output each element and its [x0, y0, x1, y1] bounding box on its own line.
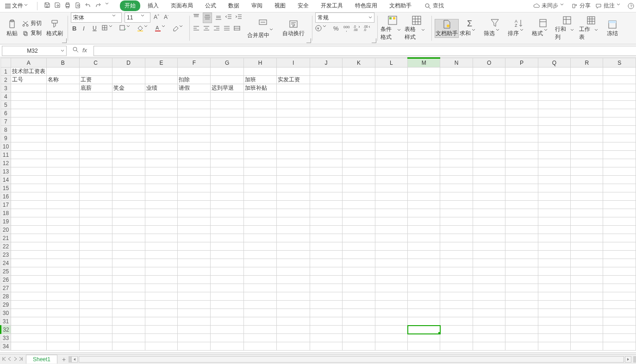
cell-G4[interactable]	[211, 93, 244, 101]
cell-N15[interactable]	[440, 184, 473, 192]
row-header-8[interactable]: 8	[1, 126, 11, 134]
cell-N16[interactable]	[440, 192, 473, 201]
cell-D28[interactable]	[112, 292, 145, 301]
cell-H20[interactable]	[243, 226, 277, 234]
cell-G31[interactable]	[211, 317, 244, 326]
undo-button[interactable]	[85, 2, 91, 10]
cell-N31[interactable]	[440, 317, 473, 326]
cell-P4[interactable]	[505, 93, 538, 101]
tab-view[interactable]: 视图	[270, 0, 290, 11]
cell-L15[interactable]	[375, 184, 407, 192]
cell-J34[interactable]	[310, 342, 342, 351]
cell-C17[interactable]	[79, 201, 112, 209]
cell-N27[interactable]	[440, 284, 473, 292]
cell-Q3[interactable]	[538, 84, 570, 93]
cell-S23[interactable]	[603, 251, 636, 259]
cell-I23[interactable]	[277, 251, 310, 259]
cell-H8[interactable]	[243, 126, 277, 134]
cell-B26[interactable]	[46, 276, 79, 284]
cell-D2[interactable]	[112, 76, 145, 84]
cell-S17[interactable]	[603, 201, 636, 209]
cell-H16[interactable]	[243, 192, 277, 201]
cell-G21[interactable]	[211, 234, 244, 242]
cell-J24[interactable]	[310, 259, 342, 267]
select-all-cell[interactable]	[1, 58, 11, 68]
cell-E20[interactable]	[145, 226, 178, 234]
cell-P34[interactable]	[505, 342, 538, 351]
cell-P24[interactable]	[505, 259, 538, 267]
row-header-4[interactable]: 4	[1, 93, 11, 101]
cell-J18[interactable]	[310, 209, 342, 217]
cell-D31[interactable]	[112, 317, 145, 326]
cell-R27[interactable]	[571, 284, 603, 292]
cell-O22[interactable]	[473, 242, 505, 251]
cell-B33[interactable]	[46, 334, 79, 342]
cell-L16[interactable]	[375, 192, 407, 201]
cell-P7[interactable]	[505, 117, 538, 126]
cell-B25[interactable]	[46, 267, 79, 276]
cell-H2[interactable]: 加班	[243, 76, 277, 84]
cell-R16[interactable]	[571, 192, 603, 201]
cell-A2[interactable]: 工号	[11, 76, 46, 84]
cell-A8[interactable]	[11, 126, 46, 134]
cell-Q23[interactable]	[538, 251, 570, 259]
cell-O7[interactable]	[473, 117, 505, 126]
cell-C34[interactable]	[79, 342, 112, 351]
cell-N21[interactable]	[440, 234, 473, 242]
cell-N2[interactable]	[440, 76, 473, 84]
cell-L10[interactable]	[375, 142, 407, 151]
cell-F22[interactable]	[178, 242, 211, 251]
cell-Q17[interactable]	[538, 201, 570, 209]
cell-G12[interactable]	[211, 159, 244, 167]
cell-J8[interactable]	[310, 126, 342, 134]
cell-P11[interactable]	[505, 151, 538, 159]
cell-F12[interactable]	[178, 159, 211, 167]
cell-H29[interactable]	[243, 301, 277, 309]
cell-B34[interactable]	[46, 342, 79, 351]
sheet-nav-first[interactable]	[2, 356, 6, 363]
cell-S20[interactable]	[603, 226, 636, 234]
cell-J26[interactable]	[310, 276, 342, 284]
cell-E28[interactable]	[145, 292, 178, 301]
cell-I4[interactable]	[277, 93, 310, 101]
cell-I29[interactable]	[277, 301, 310, 309]
cell-A25[interactable]	[11, 267, 46, 276]
cell-S31[interactable]	[603, 317, 636, 326]
cell-A5[interactable]	[11, 101, 46, 109]
cell-H19[interactable]	[243, 217, 277, 226]
decrease-decimal-button[interactable]: .00.0	[363, 25, 371, 33]
cell-G26[interactable]	[211, 276, 244, 284]
cell-O26[interactable]	[473, 276, 505, 284]
cell-L11[interactable]	[375, 151, 407, 159]
cell-O29[interactable]	[473, 301, 505, 309]
cell-K33[interactable]	[343, 334, 375, 342]
cell-R2[interactable]	[571, 76, 603, 84]
number-format-select[interactable]: 常规	[315, 12, 374, 23]
cell-K11[interactable]	[343, 151, 375, 159]
cell-E6[interactable]	[145, 109, 178, 117]
cell-O19[interactable]	[473, 217, 505, 226]
cell-N32[interactable]	[440, 326, 473, 334]
cell-R20[interactable]	[571, 226, 603, 234]
clear-format-button[interactable]	[172, 25, 187, 33]
cell-D3[interactable]: 奖金	[112, 84, 145, 93]
add-sheet-button[interactable]: +	[59, 356, 69, 363]
cell-J2[interactable]	[310, 76, 342, 84]
cell-P17[interactable]	[505, 201, 538, 209]
cell-S11[interactable]	[603, 151, 636, 159]
cell-B13[interactable]	[46, 167, 79, 176]
cell-L4[interactable]	[375, 93, 407, 101]
row-header-18[interactable]: 18	[1, 209, 11, 217]
cell-A17[interactable]	[11, 201, 46, 209]
tab-review[interactable]: 审阅	[247, 0, 267, 11]
cell-E33[interactable]	[145, 334, 178, 342]
copy-button[interactable]: 复制	[21, 29, 43, 37]
cell-D5[interactable]	[112, 101, 145, 109]
cell-M14[interactable]	[408, 176, 440, 184]
cell-G19[interactable]	[211, 217, 244, 226]
cell-L1[interactable]	[375, 68, 407, 76]
cell-I7[interactable]	[277, 117, 310, 126]
cell-L30[interactable]	[375, 309, 407, 317]
cell-E24[interactable]	[145, 259, 178, 267]
cell-C2[interactable]: 工资	[79, 76, 112, 84]
